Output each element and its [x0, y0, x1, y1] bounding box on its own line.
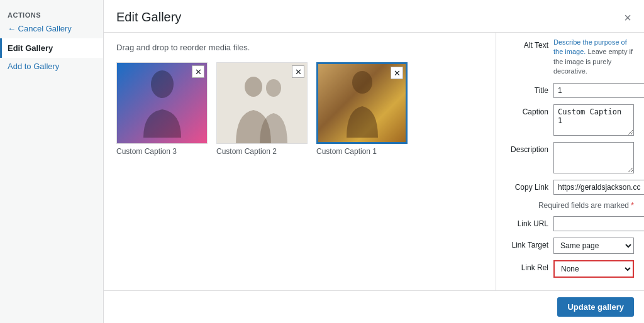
copy-link-label: Copy Link: [506, 180, 553, 192]
svg-point-0: [151, 70, 174, 98]
gallery-item-caption: Custom Caption 3: [116, 147, 208, 156]
title-input[interactable]: [553, 83, 644, 98]
link-target-select[interactable]: Same page New tab/_blank: [553, 238, 634, 254]
modal-close-button[interactable]: ×: [624, 11, 631, 24]
caption-row: Caption Custom Caption 1: [506, 104, 634, 136]
copy-link-input[interactable]: [553, 180, 644, 195]
link-url-input[interactable]: [553, 216, 644, 231]
required-star: *: [631, 201, 634, 210]
description-textarea[interactable]: [553, 142, 634, 173]
gallery-item-caption: Custom Caption 2: [216, 147, 308, 156]
person-silhouette-icon: [137, 68, 187, 138]
gallery-item[interactable]: ✕ Custom Caption 1: [316, 62, 408, 156]
required-note: Required fields are marked *: [506, 201, 634, 210]
gallery-item-image-wrap[interactable]: ✕: [216, 62, 308, 144]
gallery-item-remove-button[interactable]: ✕: [391, 67, 403, 79]
svg-point-4: [352, 71, 372, 94]
content-area: Drag and drop to reorder media files. ✕: [104, 33, 644, 290]
update-gallery-button[interactable]: Update gallery: [557, 297, 634, 317]
gallery-item-caption: Custom Caption 1: [316, 147, 408, 156]
alt-text-label: Alt Text: [506, 38, 553, 50]
description-label: Description: [506, 142, 553, 154]
link-target-label: Link Target: [506, 238, 553, 249]
sidebar: Actions ← Cancel Gallery Edit Gallery Ad…: [0, 0, 104, 323]
alt-text-row: Alt Text Describe the purpose of the ima…: [506, 38, 634, 77]
svg-point-2: [245, 77, 262, 97]
link-rel-label: Link Rel: [506, 260, 553, 272]
drag-hint: Drag and drop to reorder media files.: [116, 43, 483, 52]
title-row: Title: [506, 83, 634, 98]
gallery-item-image-wrap[interactable]: ✕: [116, 62, 208, 144]
gallery-panel: Drag and drop to reorder media files. ✕: [104, 33, 496, 290]
actions-label: Actions: [0, 8, 103, 21]
cancel-gallery-link[interactable]: ← Cancel Gallery: [0, 21, 103, 38]
gallery-item[interactable]: ✕ Custom Caption 2: [216, 62, 308, 156]
link-rel-select[interactable]: None nofollow noreferrer noopener: [553, 260, 634, 278]
child-silhouette-icon: [337, 68, 387, 138]
gallery-item-image-wrap-selected[interactable]: ✕: [316, 62, 408, 144]
main-modal: Edit Gallery × Drag and drop to reorder …: [104, 0, 644, 323]
add-to-gallery-link[interactable]: Add to Gallery: [0, 58, 103, 75]
alt-text-description: Describe the purpose of the image. Leave…: [553, 38, 634, 77]
detail-panel: Alt Text Describe the purpose of the ima…: [496, 33, 644, 290]
modal-footer: Update gallery: [104, 290, 644, 323]
link-rel-row: Link Rel None nofollow noreferrer noopen…: [506, 260, 634, 278]
copy-link-row: Copy Link: [506, 180, 634, 195]
description-row: Description: [506, 142, 634, 173]
modal-title: Edit Gallery: [116, 10, 181, 25]
caption-textarea[interactable]: Custom Caption 1: [553, 104, 634, 136]
caption-label: Caption: [506, 104, 553, 116]
link-url-label: Link URL: [506, 216, 553, 228]
link-target-row: Link Target Same page New tab/_blank: [506, 238, 634, 254]
gallery-item-remove-button[interactable]: ✕: [292, 65, 304, 78]
svg-point-3: [266, 79, 281, 97]
gallery-item-remove-button[interactable]: ✕: [192, 65, 204, 78]
title-label: Title: [506, 83, 553, 95]
edit-gallery-item[interactable]: Edit Gallery: [0, 38, 103, 58]
link-url-row: Link URL: [506, 216, 634, 231]
modal-header: Edit Gallery ×: [104, 0, 644, 33]
gallery-grid: ✕ Custom Caption 3: [116, 62, 483, 156]
gallery-item[interactable]: ✕ Custom Caption 3: [116, 62, 208, 156]
